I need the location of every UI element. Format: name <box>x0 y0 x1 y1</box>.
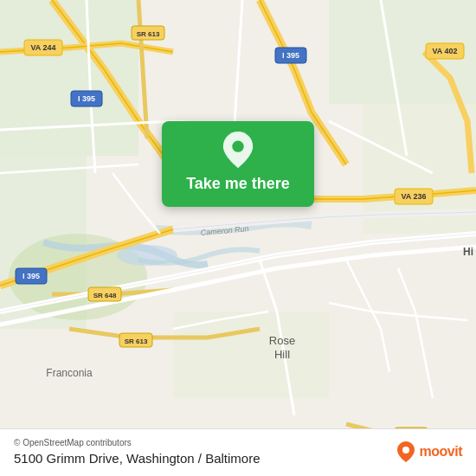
svg-text:VA 236: VA 236 <box>401 192 426 201</box>
map-svg: VA 244 I 395 I 395 I 395 VA 402 VA 236 S… <box>0 0 476 476</box>
svg-text:SR 613: SR 613 <box>125 338 148 345</box>
map-container: VA 244 I 395 I 395 I 395 VA 402 VA 236 S… <box>0 0 476 476</box>
svg-text:SR 648: SR 648 <box>93 292 117 299</box>
svg-point-32 <box>232 141 243 152</box>
svg-text:VA 402: VA 402 <box>432 47 457 55</box>
svg-text:Hill: Hill <box>274 348 290 361</box>
svg-text:Franconia: Franconia <box>46 367 93 379</box>
svg-point-33 <box>402 447 409 453</box>
svg-text:I 395: I 395 <box>282 51 299 60</box>
svg-text:VA 244: VA 244 <box>30 43 55 52</box>
svg-text:I 395: I 395 <box>78 94 95 103</box>
moovit-icon <box>394 440 418 464</box>
svg-text:I 395: I 395 <box>23 272 40 280</box>
moovit-text: moovit <box>420 444 462 460</box>
location-pin-icon <box>222 132 254 168</box>
bottom-bar: © OpenStreetMap contributors 5100 Grimm … <box>0 428 476 476</box>
svg-text:Rose: Rose <box>269 334 295 347</box>
svg-text:Hi: Hi <box>463 246 473 258</box>
take-me-there-label: Take me there <box>186 175 290 193</box>
svg-text:SR 613: SR 613 <box>137 30 160 38</box>
moovit-logo: moovit <box>394 440 462 464</box>
take-me-there-button[interactable]: Take me there <box>162 121 314 207</box>
